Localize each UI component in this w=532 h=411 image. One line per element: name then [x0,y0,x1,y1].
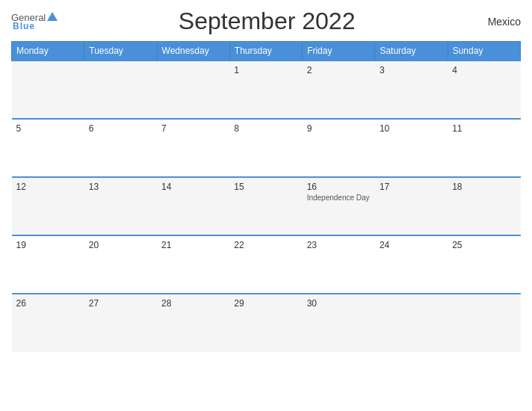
table-row: 23 [303,235,375,294]
day-number: 30 [307,298,371,309]
day-number: 9 [307,123,371,134]
calendar-header: General Blue September 2022 Mexico [11,7,521,35]
day-number: 12 [16,182,80,192]
weekday-header-row: Monday Tuesday Wednesday Thursday Friday… [12,42,521,61]
day-number: 1 [234,65,297,75]
day-number: 3 [380,65,443,75]
day-number: 4 [452,65,516,75]
header-tuesday: Tuesday [84,42,157,61]
table-row: 16Independence Day [303,177,375,235]
day-number: 21 [161,240,225,250]
day-number: 25 [452,240,516,250]
table-row: 20 [84,235,157,294]
table-row [448,294,520,352]
day-number: 11 [452,123,516,134]
table-row: 18 [448,177,520,235]
country-label: Mexico [476,16,521,28]
calendar-container: General Blue September 2022 Mexico Monda… [0,0,532,411]
table-row: 10 [375,119,448,177]
table-row: 11 [448,119,520,177]
table-row: 22 [229,235,302,294]
week-row-2: 567891011 [12,119,521,177]
logo-blue: Blue [13,21,35,31]
table-row: 2 [303,61,375,119]
table-row: 7 [157,119,229,177]
day-number: 2 [307,65,371,75]
table-row [157,61,229,119]
day-number: 26 [16,298,80,309]
table-row: 5 [12,119,84,177]
day-number: 20 [89,240,152,250]
day-number: 6 [89,123,152,134]
table-row: 8 [229,119,302,177]
table-row: 19 [12,235,84,294]
table-row: 25 [448,235,520,294]
calendar-grid: Monday Tuesday Wednesday Thursday Friday… [11,41,521,352]
week-row-4: 19202122232425 [12,235,521,294]
month-title: September 2022 [58,7,476,35]
table-row: 12 [12,177,84,235]
day-number: 5 [16,123,80,134]
holiday-label: Independence Day [307,194,371,202]
day-number: 24 [380,240,443,250]
day-number: 16 [307,182,371,192]
day-number: 13 [89,182,152,192]
day-number: 17 [380,182,443,192]
table-row: 4 [448,61,520,119]
table-row [84,61,157,119]
day-number: 28 [161,298,225,309]
table-row: 27 [84,294,157,352]
table-row: 17 [375,177,448,235]
header-sunday: Sunday [448,42,520,61]
table-row: 24 [375,235,448,294]
day-number: 19 [16,240,80,250]
logo-triangle-icon [47,12,58,21]
table-row: 6 [84,119,157,177]
day-number: 23 [307,240,371,250]
header-wednesday: Wednesday [157,42,229,61]
week-row-3: 1213141516Independence Day1718 [12,177,521,235]
table-row [12,61,84,119]
day-number: 10 [380,123,443,134]
week-row-1: 1234 [12,61,521,119]
table-row: 26 [12,294,84,352]
day-number: 15 [234,182,297,192]
week-row-5: 2627282930 [12,294,521,352]
table-row: 28 [157,294,229,352]
day-number: 27 [89,298,152,309]
day-number: 7 [161,123,225,134]
day-number: 22 [234,240,297,250]
day-number: 29 [234,298,297,309]
table-row: 1 [229,61,302,119]
table-row: 14 [157,177,229,235]
day-number: 14 [161,182,225,192]
header-friday: Friday [303,42,375,61]
day-number: 8 [234,123,297,134]
table-row: 30 [303,294,375,352]
day-number: 18 [452,182,516,192]
table-row [375,294,448,352]
header-thursday: Thursday [229,42,302,61]
table-row: 15 [229,177,302,235]
header-monday: Monday [12,42,84,61]
logo: General Blue [11,12,58,31]
table-row: 3 [375,61,448,119]
table-row: 21 [157,235,229,294]
table-row: 29 [229,294,302,352]
header-saturday: Saturday [375,42,448,61]
table-row: 13 [84,177,157,235]
table-row: 9 [303,119,375,177]
